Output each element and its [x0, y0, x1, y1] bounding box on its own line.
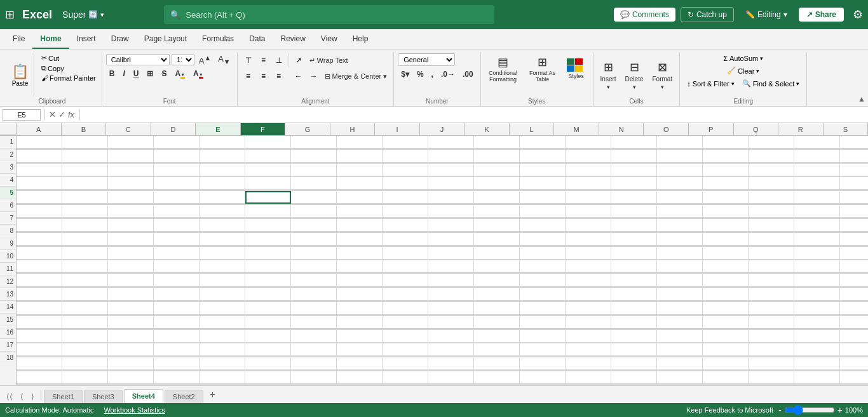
cell-N10[interactable]	[611, 260, 657, 273]
cell-H3[interactable]	[337, 164, 383, 176]
cell-M14[interactable]	[566, 316, 611, 329]
cell-I8[interactable]	[383, 233, 428, 246]
insert-function-icon[interactable]: fx	[68, 110, 74, 119]
tab-insert[interactable]: Insert	[69, 29, 104, 49]
tab-view[interactable]: View	[313, 29, 345, 49]
cancel-formula-icon[interactable]: ✕	[49, 110, 56, 119]
cell-R7[interactable]	[794, 219, 840, 232]
cell-S11[interactable]	[840, 274, 868, 287]
cell-R13[interactable]	[794, 302, 840, 315]
cell-E1[interactable]	[200, 136, 245, 149]
underline-button[interactable]: U	[130, 68, 142, 79]
cell-P10[interactable]	[703, 260, 749, 273]
row-num-9[interactable]: 9	[0, 237, 16, 250]
cell-I18[interactable]	[383, 371, 428, 384]
cell-B15[interactable]	[62, 330, 108, 343]
col-header-c[interactable]: C	[106, 123, 151, 135]
cell-S4[interactable]	[840, 177, 868, 190]
cell-G18[interactable]	[291, 371, 337, 384]
cell-N2[interactable]	[611, 150, 657, 162]
cell-F7[interactable]	[245, 219, 291, 232]
cell-F1[interactable]	[245, 136, 291, 149]
row-num-4[interactable]: 4	[0, 174, 16, 187]
row-num-11[interactable]: 11	[0, 263, 16, 275]
cell-K5[interactable]	[474, 191, 520, 204]
cell-G6[interactable]	[291, 205, 337, 218]
cell-G9[interactable]	[291, 247, 337, 260]
cell-P6[interactable]	[703, 205, 749, 218]
cell-M17[interactable]	[566, 357, 611, 370]
cell-J15[interactable]	[428, 330, 474, 343]
sort-filter-button[interactable]: ↕ Sort & Filter ▾	[684, 78, 738, 89]
cell-P17[interactable]	[703, 357, 749, 370]
cell-N11[interactable]	[611, 274, 657, 287]
cell-C12[interactable]	[108, 288, 154, 301]
cell-Q8[interactable]	[749, 233, 794, 246]
corner-cell[interactable]	[0, 123, 17, 135]
row-num-15[interactable]: 15	[0, 314, 16, 326]
col-header-s[interactable]: S	[824, 123, 868, 135]
cell-L8[interactable]	[520, 233, 566, 246]
cell-F3[interactable]	[245, 164, 291, 176]
comments-button[interactable]: 💬 Comments	[614, 8, 675, 22]
sheet-nav-next[interactable]: ⟩	[27, 390, 38, 403]
cell-K11[interactable]	[474, 274, 520, 287]
cell-B11[interactable]	[62, 274, 108, 287]
sheet-nav-first[interactable]: ⟨⟨	[3, 390, 17, 403]
cell-O15[interactable]	[657, 330, 703, 343]
cell-C9[interactable]	[108, 247, 154, 260]
cell-E2[interactable]	[200, 150, 245, 162]
cell-N1[interactable]	[611, 136, 657, 149]
cell-K17[interactable]	[474, 357, 520, 370]
cell-C7[interactable]	[108, 219, 154, 232]
cell-P3[interactable]	[703, 164, 749, 176]
cell-N5[interactable]	[611, 191, 657, 204]
cell-C2[interactable]	[108, 150, 154, 162]
cell-J8[interactable]	[428, 233, 474, 246]
row-num-13[interactable]: 13	[0, 288, 16, 301]
add-sheet-button[interactable]: +	[205, 387, 220, 403]
cell-G10[interactable]	[291, 260, 337, 273]
cell-N17[interactable]	[611, 357, 657, 370]
cut-button[interactable]: ✂ Cut	[39, 53, 98, 63]
col-header-f[interactable]: F	[241, 123, 286, 135]
cell-I12[interactable]	[383, 288, 428, 301]
row-num-2[interactable]: 2	[0, 149, 16, 161]
cell-G2[interactable]	[291, 150, 337, 162]
cell-Q5[interactable]	[749, 191, 794, 204]
cell-D9[interactable]	[154, 247, 200, 260]
cell-J5[interactable]	[428, 191, 474, 204]
cell-L12[interactable]	[520, 288, 566, 301]
cell-K14[interactable]	[474, 316, 520, 329]
cell-J4[interactable]	[428, 177, 474, 190]
cell-E7[interactable]	[200, 219, 245, 232]
cell-P2[interactable]	[703, 150, 749, 162]
cell-G3[interactable]	[291, 164, 337, 176]
cell-K16[interactable]	[474, 343, 520, 356]
cell-O6[interactable]	[657, 205, 703, 218]
increase-font-button[interactable]: A▲	[196, 53, 214, 66]
cell-O9[interactable]	[657, 247, 703, 260]
cell-D16[interactable]	[154, 343, 200, 356]
cell-L3[interactable]	[520, 164, 566, 176]
align-right-button[interactable]: ≡	[272, 69, 286, 83]
cell-D2[interactable]	[154, 150, 200, 162]
row-num-3[interactable]: 3	[0, 161, 16, 174]
cell-E16[interactable]	[200, 343, 245, 356]
border-button[interactable]: ⊞	[144, 68, 156, 79]
cell-G16[interactable]	[291, 343, 337, 356]
cell-B13[interactable]	[62, 302, 108, 315]
cell-E3[interactable]	[200, 164, 245, 176]
cell-J18[interactable]	[428, 371, 474, 384]
copy-button[interactable]: ⧉ Copy	[39, 63, 98, 73]
cell-F9[interactable]	[245, 247, 291, 260]
cell-H13[interactable]	[337, 302, 383, 315]
bold-button[interactable]: B	[106, 68, 118, 79]
cell-A16[interactable]	[17, 343, 62, 356]
confirm-formula-icon[interactable]: ✓	[58, 110, 65, 119]
sheet-nav-prev[interactable]: ⟨	[17, 390, 27, 403]
col-header-n[interactable]: N	[599, 123, 644, 135]
cell-D6[interactable]	[154, 205, 200, 218]
cell-Q12[interactable]	[749, 288, 794, 301]
cell-O2[interactable]	[657, 150, 703, 162]
